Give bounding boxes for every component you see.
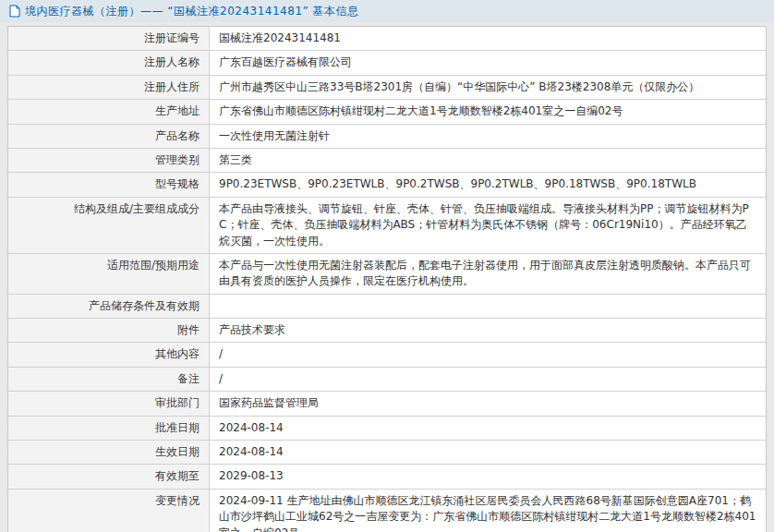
table-row-management-class: 管理类别 第三类 [8, 149, 766, 173]
table-row-product-name: 产品名称 一次性使用无菌注射针 [8, 125, 766, 149]
row-value: 2024-08-14 [210, 417, 766, 440]
table-row-remarks: 备注 / [8, 368, 766, 392]
row-label: 产品名称 [155, 128, 200, 144]
table-row-intended-use: 适用范围/预期用途 本产品与一次性使用无菌注射器装配后，配套电子注射器使用，用于… [8, 254, 766, 295]
table-row-storage-validity: 产品储存条件及有效期 [8, 295, 766, 319]
row-value: 2024-09-11 生产地址由佛山市顺德区龙江镇东涌社区居民委员会人民西路68… [210, 490, 766, 532]
row-label: 批准日期 [155, 420, 200, 436]
table-row-attachment: 附件 产品技术要求 [8, 319, 766, 343]
row-label: 型号规格 [155, 176, 200, 192]
row-label: 适用范围/预期用途 [107, 258, 200, 273]
table-row-certificate-number: 注册证编号 国械注准20243141481 [8, 27, 766, 51]
row-label: 变更情况 [155, 493, 200, 509]
document-icon [9, 5, 20, 18]
row-label: 审批部门 [155, 395, 200, 411]
page-title: 境内医疗器械（注册）—— “国械注准20243141481” 基本信息 [25, 4, 359, 19]
row-value: 本产品与一次性使用无菌注射器装配后，配套电子注射器使用，用于面部真皮层注射透明质… [210, 254, 766, 294]
row-label: 其他内容 [155, 346, 200, 362]
table-row-registrant-name: 注册人名称 广东百越医疗器械有限公司 [8, 51, 766, 75]
row-label: 结构及组成/主要组成成分 [74, 201, 200, 217]
row-value: 2029-08-13 [210, 465, 766, 488]
row-label: 备注 [177, 371, 200, 387]
row-value: / [210, 368, 766, 391]
row-value: / [210, 343, 766, 366]
row-label: 生效日期 [155, 444, 200, 460]
row-value: 2024-08-14 [210, 441, 766, 464]
row-value: 一次性使用无菌注射针 [210, 125, 766, 148]
table-row-effective-date: 生效日期 2024-08-14 [8, 441, 766, 465]
table-row-production-address: 生产地址 广东省佛山市顺德区陈村镇绀现村二龙大道1号龙顺数智楼2栋401室之一自… [8, 100, 766, 124]
row-value: 国家药品监督管理局 [210, 392, 766, 415]
table-row-structure-composition: 结构及组成/主要组成成分 本产品由导液接头、调节旋钮、针座、壳体、针管、负压抽吸… [8, 198, 766, 254]
table-row-expiry-date: 有效期至 2029-08-13 [8, 465, 766, 489]
row-label: 附件 [177, 322, 200, 338]
row-value: 9P0.23ETWSB、9P0.23ETWLB、9P0.2TWSB、9P0.2T… [210, 173, 766, 196]
table-row-change-history: 变更情况 2024-09-11 生产地址由佛山市顺德区龙江镇东涌社区居民委员会人… [8, 490, 766, 532]
table-row-model-spec: 型号规格 9P0.23ETWSB、9P0.23ETWLB、9P0.2TWSB、9… [8, 173, 766, 197]
table-row-other-content: 其他内容 / [8, 343, 766, 367]
row-label: 有效期至 [155, 468, 200, 484]
table-row-approval-department: 审批部门 国家药品监督管理局 [8, 392, 766, 416]
row-value: 本产品由导液接头、调节旋钮、针座、壳体、针管、负压抽吸端组成。导液接头材料为PP… [210, 198, 766, 253]
row-label: 注册证编号 [144, 30, 200, 46]
row-label: 注册人住所 [144, 79, 200, 95]
row-value: 第三类 [210, 149, 766, 172]
row-value: 广州市越秀区中山三路33号B塔2301房（自编）“中华国际中心” B塔23楼23… [210, 76, 766, 99]
row-value: 广东省佛山市顺德区陈村镇绀现村二龙大道1号龙顺数智楼2栋401室之一自编02号 [210, 100, 766, 123]
row-value [210, 295, 766, 318]
table-row-registrant-address: 注册人住所 广州市越秀区中山三路33号B塔2301房（自编）“中华国际中心” B… [8, 76, 766, 100]
page-header: 境内医疗器械（注册）—— “国械注准20243141481” 基本信息 [0, 0, 774, 22]
row-label: 产品储存条件及有效期 [89, 298, 200, 314]
row-value: 广东百越医疗器械有限公司 [210, 51, 766, 74]
registration-info-table: 注册证编号 国械注准20243141481 注册人名称 广东百越医疗器械有限公司… [7, 26, 767, 532]
row-label: 管理类别 [155, 152, 200, 168]
table-row-approval-date: 批准日期 2024-08-14 [8, 417, 766, 441]
row-label: 注册人名称 [144, 54, 200, 70]
row-value: 国械注准20243141481 [210, 27, 766, 50]
row-value: 产品技术要求 [210, 319, 766, 342]
row-label: 生产地址 [155, 103, 200, 119]
